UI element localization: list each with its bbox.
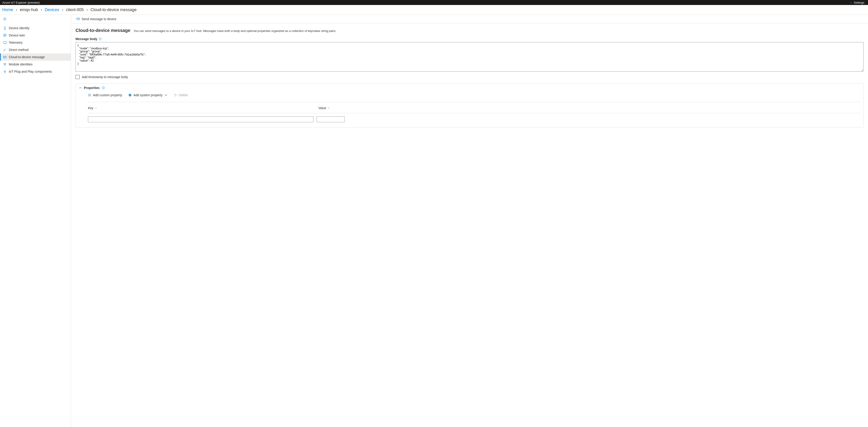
breadcrumb-hub: emqx-hub bbox=[20, 7, 38, 12]
column-header-value[interactable]: Value bbox=[318, 106, 349, 110]
page-title: Cloud-to-device message bbox=[75, 28, 130, 33]
svg-rect-10 bbox=[3, 56, 6, 58]
divider bbox=[88, 102, 860, 102]
chevron-right-icon: › bbox=[86, 7, 88, 12]
settings-button[interactable]: Settings bbox=[849, 1, 866, 4]
add-timestamp-checkbox[interactable] bbox=[75, 75, 80, 79]
device-twin-icon bbox=[3, 34, 6, 37]
sidebar-item-device-identity[interactable]: Device identity bbox=[0, 24, 71, 32]
sidebar: Device identity Device twin Telemetry Di… bbox=[0, 15, 71, 427]
breadcrumb: Home › emqx-hub › Devices › client-005 ›… bbox=[0, 5, 868, 15]
sidebar-item-device-twin[interactable]: Device twin bbox=[0, 32, 71, 39]
main: Send message to device Cloud-to-device m… bbox=[71, 15, 868, 427]
property-key-input[interactable] bbox=[88, 116, 313, 122]
chevron-right-icon: › bbox=[41, 7, 42, 12]
module-identities-icon bbox=[3, 63, 6, 66]
breadcrumb-home[interactable]: Home bbox=[2, 7, 13, 12]
info-icon[interactable] bbox=[102, 86, 105, 89]
telemetry-icon bbox=[3, 41, 6, 45]
page-subtitle: You can send messages to a device in you… bbox=[133, 29, 336, 33]
properties-header[interactable]: Properties bbox=[76, 84, 863, 92]
sidebar-item-cloud-to-device[interactable]: Cloud-to-device message bbox=[0, 53, 71, 61]
mail-icon bbox=[76, 17, 80, 21]
sidebar-item-module-identities[interactable]: Module identities bbox=[0, 61, 71, 68]
divider bbox=[88, 113, 860, 113]
column-header-key-label: Key bbox=[88, 106, 93, 110]
property-value-input[interactable] bbox=[316, 116, 345, 122]
properties-panel: Properties Add custom property Add syste… bbox=[75, 84, 864, 127]
sidebar-item-label: Telemetry bbox=[9, 41, 23, 45]
breadcrumb-devices[interactable]: Devices bbox=[45, 7, 59, 12]
add-timestamp-row[interactable]: Add timestamp to message body bbox=[75, 75, 864, 79]
sidebar-item-label: Module identities bbox=[9, 62, 33, 66]
add-timestamp-label: Add timestamp to message body bbox=[82, 75, 128, 79]
chevron-right-icon: › bbox=[16, 7, 17, 12]
svg-rect-27 bbox=[175, 94, 176, 96]
add-system-property-button[interactable]: Add system property bbox=[128, 93, 167, 97]
column-header-value-label: Value bbox=[318, 106, 326, 110]
properties-actions: Add custom property Add system property … bbox=[76, 92, 863, 98]
body-row: Device identity Device twin Telemetry Di… bbox=[0, 15, 868, 427]
direct-method-icon bbox=[3, 48, 6, 52]
svg-rect-14 bbox=[76, 18, 80, 20]
breadcrumb-current: Cloud-to-device message bbox=[90, 7, 136, 12]
hamburger-icon bbox=[3, 18, 6, 21]
sidebar-nav: Device identity Device twin Telemetry Di… bbox=[0, 24, 71, 75]
mail-icon bbox=[3, 55, 6, 59]
app-title: Azure IoT Explorer (preview) bbox=[2, 1, 39, 4]
chevron-down-icon bbox=[328, 107, 330, 109]
add-system-property-label: Add system property bbox=[133, 93, 162, 97]
properties-label: Properties bbox=[84, 86, 99, 90]
send-message-button[interactable]: Send message to device bbox=[76, 17, 116, 21]
message-body-label: Message body bbox=[75, 37, 97, 41]
sidebar-item-label: Device identity bbox=[9, 26, 29, 30]
svg-point-12 bbox=[5, 63, 6, 64]
settings-label: Settings bbox=[854, 1, 864, 4]
message-body-input[interactable] bbox=[75, 42, 864, 72]
svg-point-17 bbox=[100, 38, 100, 38]
svg-point-13 bbox=[4, 64, 5, 65]
sidebar-item-pnp-components[interactable]: IoT Plug and Play components bbox=[0, 68, 71, 75]
svg-point-11 bbox=[4, 63, 5, 64]
svg-point-9 bbox=[4, 51, 4, 51]
add-custom-property-label: Add custom property bbox=[93, 93, 122, 97]
trash-icon bbox=[174, 93, 177, 97]
add-custom-property-button[interactable]: Add custom property bbox=[88, 93, 122, 97]
svg-rect-8 bbox=[3, 41, 6, 43]
plug-icon bbox=[3, 70, 6, 73]
info-icon[interactable] bbox=[99, 37, 102, 40]
page-heading: Cloud-to-device message You can send mes… bbox=[75, 28, 864, 33]
chevron-right-icon: › bbox=[62, 7, 63, 12]
sidebar-item-label: Device twin bbox=[9, 33, 25, 37]
message-body-label-row: Message body bbox=[75, 37, 864, 41]
sidebar-item-label: Direct method bbox=[9, 48, 29, 52]
properties-grid: Key Value bbox=[76, 98, 863, 127]
command-bar: Send message to device bbox=[71, 15, 868, 23]
svg-rect-7 bbox=[4, 34, 6, 36]
delete-property-label: Delete bbox=[179, 93, 188, 97]
app-header: Azure IoT Explorer (preview) Settings bbox=[0, 0, 868, 5]
chevron-down-icon bbox=[164, 93, 167, 97]
sidebar-item-label: Cloud-to-device message bbox=[9, 55, 45, 59]
hamburger-button[interactable] bbox=[0, 16, 71, 23]
properties-header-row: Key Value bbox=[88, 104, 860, 112]
content: Cloud-to-device message You can send mes… bbox=[71, 23, 868, 427]
send-message-label: Send message to device bbox=[82, 17, 116, 21]
delete-property-button: Delete bbox=[174, 93, 188, 97]
chevron-down-icon bbox=[95, 107, 97, 109]
column-header-key[interactable]: Key bbox=[88, 106, 315, 110]
gear-icon bbox=[849, 1, 852, 4]
plus-circle-filled-icon bbox=[128, 93, 132, 97]
chevron-up-icon bbox=[79, 86, 82, 89]
svg-point-0 bbox=[850, 2, 851, 3]
sidebar-item-label: IoT Plug and Play components bbox=[9, 70, 52, 73]
property-row bbox=[88, 115, 860, 123]
device-identity-icon bbox=[3, 27, 6, 30]
svg-rect-6 bbox=[3, 34, 5, 36]
sidebar-item-telemetry[interactable]: Telemetry bbox=[0, 39, 71, 46]
plus-circle-icon bbox=[88, 93, 91, 97]
breadcrumb-device-id: client-005 bbox=[66, 7, 84, 12]
sidebar-item-direct-method[interactable]: Direct method bbox=[0, 46, 71, 53]
